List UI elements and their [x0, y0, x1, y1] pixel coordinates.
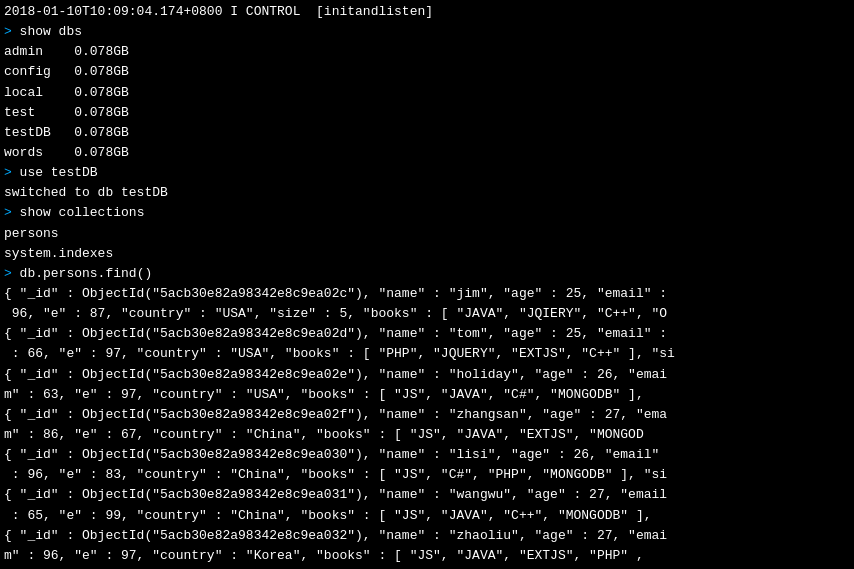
terminal-line: { "_id" : ObjectId("5acb30e82a98342e8c9e…: [4, 445, 850, 465]
terminal-line: persons: [4, 224, 850, 244]
terminal-line: testDB 0.078GB: [4, 123, 850, 143]
terminal-line: > db.persons.find(): [4, 264, 850, 284]
terminal-line: switched to db testDB: [4, 183, 850, 203]
terminal-line: config 0.078GB: [4, 62, 850, 82]
terminal-line: : 66, "e" : 97, "country" : "USA", "book…: [4, 344, 850, 364]
command-text: show dbs: [20, 24, 82, 39]
terminal-line: { "_id" : ObjectId("5acb30e82a98342e8c9e…: [4, 365, 850, 385]
terminal-line: > show collections: [4, 203, 850, 223]
terminal-line: { "_id" : ObjectId("5acb30e82a98342e8c9e…: [4, 526, 850, 546]
terminal-line: { "_id" : ObjectId("5acb30e82a98342e8c9e…: [4, 405, 850, 425]
terminal-line: m" : 96, "e" : 97, "country" : "Korea", …: [4, 546, 850, 566]
terminal-line: 96, "e" : 87, "country" : "USA", "size" …: [4, 304, 850, 324]
command-text: db.persons.find(): [20, 266, 153, 281]
prompt-symbol: >: [4, 24, 20, 39]
terminal-line: m" : 86, "e" : 67, "country" : "China", …: [4, 425, 850, 445]
terminal-line: 2018-01-10T10:09:04.174+0800 I CONTROL […: [4, 2, 850, 22]
terminal-line: system.indexes: [4, 244, 850, 264]
terminal-window: 2018-01-10T10:09:04.174+0800 I CONTROL […: [0, 0, 854, 569]
command-text: show collections: [20, 205, 145, 220]
terminal-line: : 96, "e" : 83, "country" : "China", "bo…: [4, 465, 850, 485]
terminal-line: m" : 63, "e" : 97, "country" : "USA", "b…: [4, 385, 850, 405]
terminal-line: local 0.078GB: [4, 83, 850, 103]
terminal-line: words 0.078GB: [4, 143, 850, 163]
terminal-line: { "_id" : ObjectId("5acb30e82a98342e8c9e…: [4, 485, 850, 505]
terminal-line: { "_id" : ObjectId("5acb30e82a98342e8c9e…: [4, 284, 850, 304]
terminal-line: admin 0.078GB: [4, 42, 850, 62]
terminal-line: { "_id" : ObjectId("5acb30e82a98342e8c9e…: [4, 324, 850, 344]
terminal-line: : 65, "e" : 99, "country" : "China", "bo…: [4, 506, 850, 526]
terminal-line: > show dbs: [4, 22, 850, 42]
prompt-symbol: >: [4, 165, 20, 180]
prompt-symbol: >: [4, 266, 20, 281]
command-text: use testDB: [20, 165, 98, 180]
terminal-line: > use testDB: [4, 163, 850, 183]
terminal-line: test 0.078GB: [4, 103, 850, 123]
prompt-symbol: >: [4, 205, 20, 220]
